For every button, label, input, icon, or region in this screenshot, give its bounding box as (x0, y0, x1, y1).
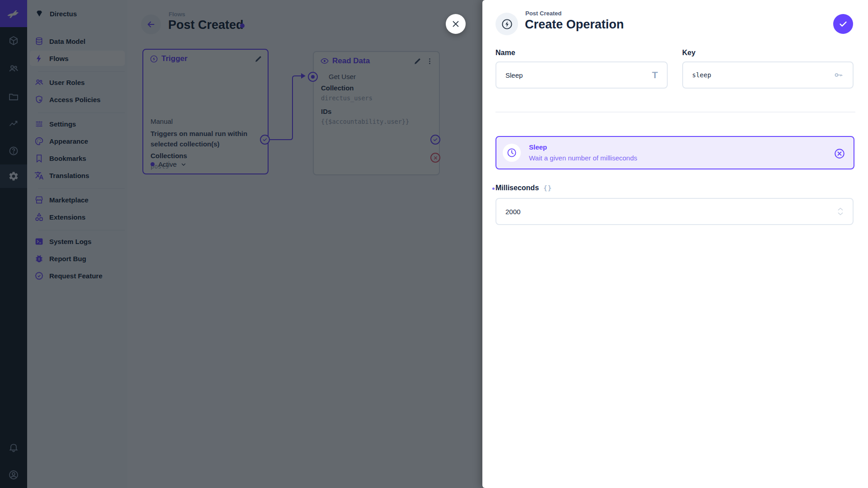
key-field-label: Key (682, 49, 695, 57)
milliseconds-input[interactable]: 2000 (495, 198, 854, 225)
required-dot-icon (492, 188, 495, 190)
operation-type-card-sleep[interactable]: Sleep Wait a given number of millisecond… (495, 136, 854, 169)
drawer-divider (495, 112, 855, 113)
drawer-breadcrumb: Post Created (525, 10, 561, 17)
name-input-value: Sleep (505, 71, 652, 79)
drawer-title: Create Operation (525, 18, 624, 32)
name-input[interactable]: Sleep T (495, 61, 668, 89)
create-operation-drawer: Post Created Create Operation Name Sleep… (482, 0, 868, 488)
chevron-down-icon[interactable] (837, 212, 844, 216)
operation-card-title: Sleep (529, 143, 547, 151)
operation-icon-bubble (503, 144, 521, 162)
check-icon (838, 19, 848, 29)
key-icon (834, 70, 844, 80)
drawer-close-button[interactable] (446, 14, 466, 34)
clock-icon (506, 147, 517, 158)
chevron-up-icon[interactable] (837, 207, 844, 211)
key-input[interactable]: sleep (682, 61, 854, 89)
milliseconds-field-label: Milliseconds (495, 184, 539, 192)
deselect-operation-icon[interactable] (834, 148, 845, 160)
raw-value-icon[interactable]: {} (543, 184, 552, 192)
milliseconds-input-value: 2000 (505, 208, 837, 216)
app: Directus Data Model Flows User Roles Acc… (0, 0, 868, 488)
number-stepper[interactable] (837, 207, 844, 216)
name-field-label: Name (495, 49, 515, 57)
close-icon (451, 19, 460, 28)
key-input-value: sleep (692, 71, 834, 79)
title-format-icon: T (652, 70, 658, 80)
bolt-circle-icon (501, 18, 513, 30)
drawer-header-icon (495, 13, 518, 35)
operation-card-description: Wait a given number of milliseconds (529, 154, 637, 162)
save-button[interactable] (833, 14, 853, 34)
